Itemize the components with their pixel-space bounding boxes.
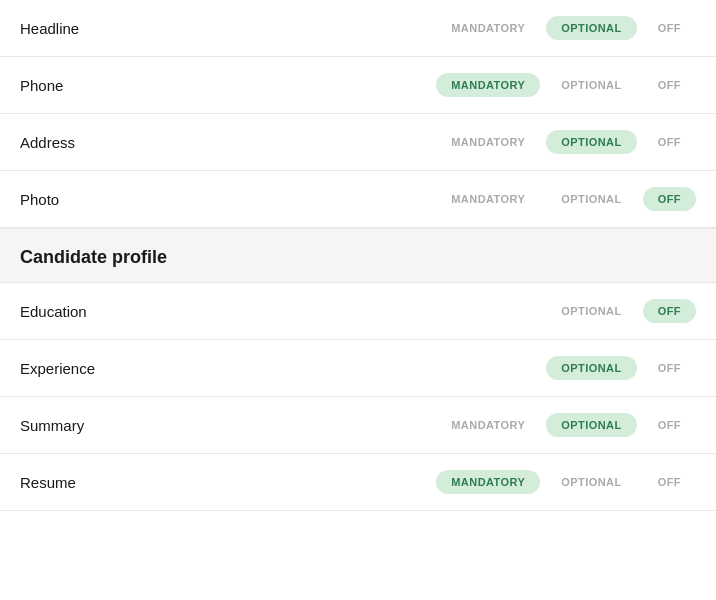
row-resume: ResumeMANDATORYOPTIONALOFF [0,454,716,511]
page-container: HeadlineMANDATORYOPTIONALOFFPhoneMANDATO… [0,0,716,511]
label-headline: Headline [20,20,79,37]
pill-summary-optional[interactable]: OPTIONAL [546,413,636,437]
pill-headline-mandatory[interactable]: MANDATORY [436,16,540,40]
controls-experience: OPTIONALOFF [546,356,696,380]
pill-experience-optional[interactable]: OPTIONAL [546,356,636,380]
controls-phone: MANDATORYOPTIONALOFF [436,73,696,97]
pill-photo-optional[interactable]: OPTIONAL [546,187,636,211]
controls-photo: MANDATORYOPTIONALOFF [436,187,696,211]
row-summary: SummaryMANDATORYOPTIONALOFF [0,397,716,454]
row-photo: PhotoMANDATORYOPTIONALOFF [0,171,716,228]
controls-headline: MANDATORYOPTIONALOFF [436,16,696,40]
pill-address-off[interactable]: OFF [643,130,696,154]
controls-address: MANDATORYOPTIONALOFF [436,130,696,154]
pill-photo-mandatory[interactable]: MANDATORY [436,187,540,211]
pill-headline-optional[interactable]: OPTIONAL [546,16,636,40]
row-address: AddressMANDATORYOPTIONALOFF [0,114,716,171]
controls-resume: MANDATORYOPTIONALOFF [436,470,696,494]
row-headline: HeadlineMANDATORYOPTIONALOFF [0,0,716,57]
section-basic-info: HeadlineMANDATORYOPTIONALOFFPhoneMANDATO… [0,0,716,228]
label-education: Education [20,303,87,320]
controls-education: OPTIONALOFF [546,299,696,323]
label-phone: Phone [20,77,63,94]
pill-headline-off[interactable]: OFF [643,16,696,40]
pill-phone-optional[interactable]: OPTIONAL [546,73,636,97]
row-experience: ExperienceOPTIONALOFF [0,340,716,397]
pill-education-optional[interactable]: OPTIONAL [546,299,636,323]
pill-address-optional[interactable]: OPTIONAL [546,130,636,154]
pill-resume-mandatory[interactable]: MANDATORY [436,470,540,494]
row-education: EducationOPTIONALOFF [0,283,716,340]
section-title-candidate-profile: Candidate profile [20,247,167,267]
pill-summary-mandatory[interactable]: MANDATORY [436,413,540,437]
pill-resume-off[interactable]: OFF [643,470,696,494]
pill-phone-off[interactable]: OFF [643,73,696,97]
pill-photo-off[interactable]: OFF [643,187,696,211]
pill-address-mandatory[interactable]: MANDATORY [436,130,540,154]
row-phone: PhoneMANDATORYOPTIONALOFF [0,57,716,114]
section-header-candidate-profile: Candidate profile [0,228,716,283]
pill-summary-off[interactable]: OFF [643,413,696,437]
pill-phone-mandatory[interactable]: MANDATORY [436,73,540,97]
label-address: Address [20,134,75,151]
label-resume: Resume [20,474,76,491]
pill-education-off[interactable]: OFF [643,299,696,323]
label-experience: Experience [20,360,95,377]
pill-resume-optional[interactable]: OPTIONAL [546,470,636,494]
controls-summary: MANDATORYOPTIONALOFF [436,413,696,437]
pill-experience-off[interactable]: OFF [643,356,696,380]
label-summary: Summary [20,417,84,434]
label-photo: Photo [20,191,59,208]
section-candidate-profile: Candidate profileEducationOPTIONALOFFExp… [0,228,716,511]
